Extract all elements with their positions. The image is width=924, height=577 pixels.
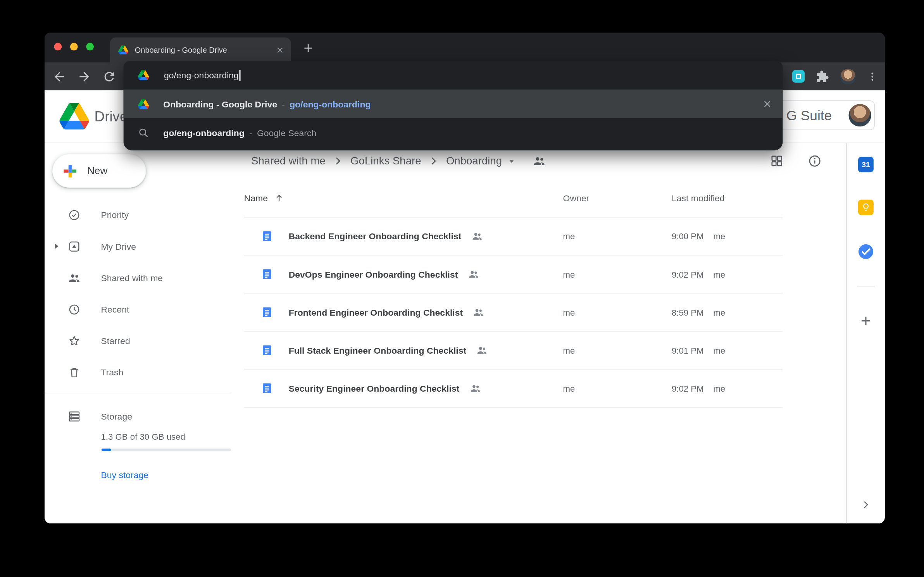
sidebar-item-label: My Drive (101, 241, 136, 251)
collapse-panel-chevron-icon[interactable] (860, 499, 871, 510)
table-row[interactable]: Backend Engineer Onboarding Checklist me… (244, 218, 783, 256)
sidebar-item-storage[interactable]: Storage (45, 401, 232, 432)
chevron-right-icon (332, 155, 344, 167)
browser-profile-avatar[interactable] (840, 69, 856, 84)
folder-menu-caret-icon[interactable] (507, 156, 517, 166)
product-name: Drive (95, 108, 128, 124)
modified-by: me (713, 231, 725, 241)
calendar-day: 31 (862, 161, 870, 169)
new-plus-icon (60, 161, 79, 180)
sidebar-item-label: Storage (101, 411, 132, 421)
owner-cell: me (563, 269, 672, 279)
name-cell: Backend Engineer Onboarding Checklist (244, 230, 563, 242)
file-name: Full Stack Engineer Onboarding Checklist (289, 345, 466, 355)
breadcrumb-shared-with-me[interactable]: Shared with me (251, 155, 326, 167)
apps-side-panel: 31 (846, 143, 885, 523)
tab-close-icon[interactable] (275, 45, 285, 55)
extension-icon[interactable] (792, 70, 805, 83)
drive-favicon (138, 98, 149, 110)
sidebar-item-trash[interactable]: Trash (45, 356, 232, 388)
new-button[interactable]: New (52, 154, 146, 188)
account-avatar[interactable] (849, 104, 871, 126)
browser-window: Onboarding - Google Drive (45, 33, 885, 523)
breadcrumb-current-folder[interactable]: Onboarding (446, 155, 502, 167)
info-icon[interactable] (808, 154, 822, 168)
shared-indicator-icon (473, 307, 484, 318)
back-icon[interactable] (52, 69, 67, 84)
new-tab-icon[interactable] (302, 41, 315, 55)
panel-divider (857, 286, 875, 287)
drive-app: Drive G Suite New (45, 90, 885, 523)
calendar-icon[interactable]: 31 (858, 157, 874, 173)
reload-icon[interactable] (102, 69, 117, 84)
keep-icon[interactable] (858, 200, 874, 215)
drive-logo-icon (59, 103, 89, 130)
column-header-modified[interactable]: Last modified (672, 193, 783, 203)
column-header-name[interactable]: Name (244, 192, 563, 203)
recent-icon (68, 303, 81, 316)
omnibox-value: go/eng-onboarding (164, 70, 239, 80)
table-row[interactable]: DevOps Engineer Onboarding Checklist me … (244, 256, 783, 294)
omnibox[interactable]: go/eng-onboarding (124, 61, 783, 90)
modified-cell: 9:00 PM me (672, 231, 783, 241)
storage-usage-text: 1.3 GB of 30 GB used (101, 432, 231, 442)
sidebar-item-label: Starred (101, 336, 130, 346)
column-header-owner[interactable]: Owner (563, 193, 672, 203)
suggestion-query: go/eng-onboarding (163, 128, 244, 138)
suggestion-separator: - (249, 128, 252, 138)
table-row[interactable]: Security Engineer Onboarding Checklist m… (244, 370, 783, 408)
sort-ascending-icon[interactable] (274, 192, 284, 203)
suggestion-google-search[interactable]: go/eng-onboarding - Google Search (124, 118, 783, 147)
close-window-button[interactable] (54, 43, 62, 50)
minimize-window-button[interactable] (70, 43, 78, 50)
file-table: Name Owner Last modified Backend Enginee… (244, 179, 783, 408)
shared-indicator-icon (469, 383, 481, 394)
lightbulb-icon (860, 202, 871, 213)
suggestion-title: Onboarding - Google Drive (163, 99, 277, 109)
shared-indicator-icon (468, 269, 479, 280)
add-panel-app-icon[interactable] (859, 314, 873, 328)
google-docs-icon (261, 306, 273, 318)
google-docs-icon (261, 344, 273, 356)
expand-caret-icon[interactable] (53, 243, 60, 250)
gsuite-badge: G Suite (777, 100, 875, 130)
drive-favicon (118, 45, 128, 55)
sidebar-item-shared-with-me[interactable]: Shared with me (45, 262, 232, 294)
tasks-icon[interactable] (858, 244, 874, 259)
omnibox-input[interactable]: go/eng-onboarding (164, 70, 241, 81)
file-name: DevOps Engineer Onboarding Checklist (289, 269, 458, 279)
sidebar-divider (45, 393, 232, 394)
grid-view-icon[interactable] (770, 154, 784, 168)
table-row[interactable]: Frontend Engineer Onboarding Checklist m… (244, 294, 783, 332)
browser-menu-icon[interactable] (867, 70, 878, 83)
modified-cell: 9:01 PM me (672, 346, 783, 355)
modified-by: me (713, 346, 725, 355)
remove-suggestion-icon[interactable] (761, 98, 773, 110)
suggestion-drive-page[interactable]: Onboarding - Google Drive - go/eng-onboa… (124, 90, 783, 118)
sidebar-item-label: Recent (101, 304, 129, 314)
drive-body: New Priority My Drive (45, 143, 885, 523)
breadcrumb-golinks-share[interactable]: GoLinks Share (350, 155, 421, 167)
buy-storage-button[interactable]: Buy storage (101, 470, 148, 480)
modified-time: 9:02 PM (672, 384, 704, 393)
drive-logo[interactable]: Drive (59, 103, 128, 130)
storage-progress-fill (102, 449, 111, 451)
owner-cell: me (563, 384, 672, 393)
fullscreen-window-button[interactable] (86, 43, 94, 50)
sidebar-item-starred[interactable]: Starred (45, 325, 232, 356)
suggestion-text: Onboarding - Google Drive - go/eng-onboa… (163, 99, 371, 109)
sidebar-item-my-drive[interactable]: My Drive (45, 230, 232, 262)
owner-cell: me (563, 231, 672, 241)
table-row[interactable]: Full Stack Engineer Onboarding Checklist… (244, 332, 783, 370)
sidebar-nav: Priority My Drive Shared with me (45, 199, 232, 388)
starred-icon (68, 334, 81, 347)
browser-tab[interactable]: Onboarding - Google Drive (110, 38, 291, 62)
forward-icon[interactable] (77, 69, 91, 84)
modified-by: me (713, 384, 725, 393)
tab-strip: Onboarding - Google Drive (45, 33, 885, 62)
extensions-puzzle-icon[interactable] (816, 70, 829, 83)
sidebar-item-recent[interactable]: Recent (45, 294, 232, 325)
sidebar-item-priority[interactable]: Priority (45, 199, 232, 230)
gsuite-label: G Suite (786, 107, 832, 123)
name-cell: Frontend Engineer Onboarding Checklist (244, 306, 563, 318)
